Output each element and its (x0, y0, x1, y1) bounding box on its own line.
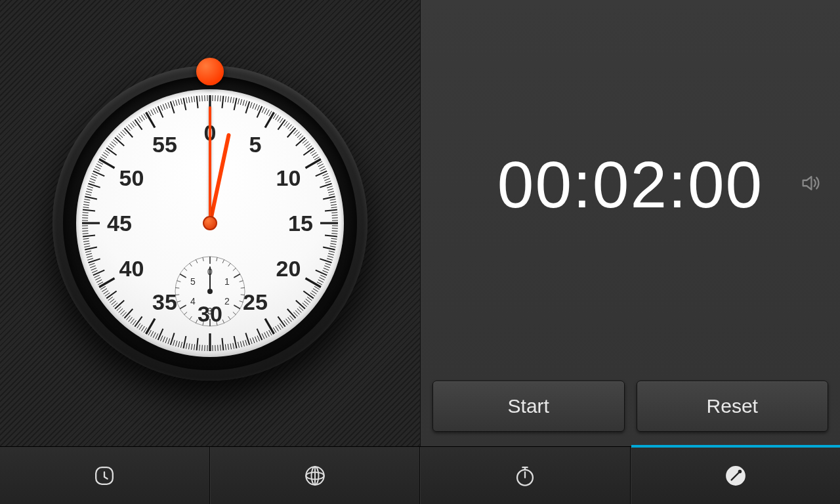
svg-line-10 (234, 98, 237, 110)
svg-line-13 (243, 100, 244, 106)
svg-line-48 (313, 155, 318, 158)
svg-line-161 (180, 342, 182, 348)
svg-line-178 (139, 325, 142, 329)
svg-line-23 (266, 110, 269, 115)
svg-line-66 (330, 199, 336, 200)
svg-line-159 (186, 343, 187, 349)
svg-line-262 (119, 134, 123, 138)
time-display[interactable]: 00:02:00 (497, 147, 763, 222)
svg-line-27 (276, 115, 279, 120)
svg-line-42 (304, 142, 308, 146)
svg-line-102 (313, 289, 318, 292)
svg-line-37 (295, 132, 299, 136)
svg-line-94 (322, 270, 327, 272)
tab-stopwatch[interactable] (420, 447, 631, 504)
svg-line-331 (190, 316, 192, 320)
svg-line-235 (85, 196, 97, 199)
svg-line-19 (257, 105, 259, 110)
svg-line-38 (297, 134, 301, 138)
svg-marker-351 (803, 177, 812, 190)
svg-line-333 (180, 305, 186, 309)
svg-line-16 (250, 102, 252, 108)
stopwatch-dial[interactable]: 0510152025303540455055 012345 (52, 66, 368, 381)
svg-line-317 (233, 268, 236, 270)
svg-line-138 (240, 341, 242, 347)
svg-line-95 (316, 270, 327, 276)
svg-line-9 (233, 97, 234, 103)
svg-line-162 (178, 341, 180, 347)
svg-line-147 (218, 345, 219, 351)
svg-line-323 (234, 305, 240, 309)
svg-line-129 (262, 333, 264, 339)
svg-line-107 (306, 299, 310, 303)
svg-line-247 (95, 166, 100, 169)
svg-line-40 (296, 138, 305, 146)
svg-line-243 (91, 176, 96, 178)
second-hand (209, 106, 211, 223)
sub-dial: 012345 (174, 255, 246, 327)
svg-line-61 (327, 186, 333, 188)
svg-line-338 (180, 274, 186, 278)
svg-line-219 (83, 238, 89, 239)
reset-button[interactable]: Reset (637, 381, 829, 432)
svg-line-236 (85, 194, 91, 195)
svg-text:45: 45 (107, 211, 132, 236)
svg-line-65 (323, 196, 335, 199)
svg-line-170 (158, 329, 163, 340)
svg-line-265 (125, 128, 133, 137)
svg-line-213 (86, 253, 92, 255)
svg-line-217 (84, 243, 90, 245)
svg-line-216 (84, 246, 90, 247)
dial-panel: 0510152025303540455055 012345 (0, 0, 420, 446)
svg-line-342 (203, 257, 203, 261)
svg-line-85 (323, 247, 335, 250)
svg-line-79 (331, 234, 337, 234)
svg-line-164 (173, 340, 175, 346)
main-area: 0510152025303540455055 012345 (0, 0, 840, 446)
svg-line-113 (295, 310, 299, 314)
sound-icon[interactable] (799, 172, 822, 197)
svg-line-208 (90, 266, 95, 268)
svg-line-57 (324, 176, 329, 178)
svg-line-155 (197, 338, 198, 350)
svg-line-153 (202, 345, 203, 351)
svg-line-20 (257, 106, 262, 117)
svg-line-273 (142, 115, 145, 120)
svg-line-30 (278, 119, 285, 129)
svg-line-279 (156, 108, 158, 113)
svg-line-17 (253, 103, 255, 108)
svg-line-7 (228, 96, 228, 102)
tab-worldclock[interactable] (210, 447, 421, 504)
svg-line-172 (153, 333, 156, 338)
svg-line-260 (115, 138, 124, 146)
svg-line-282 (163, 104, 165, 110)
svg-line-83 (330, 243, 336, 245)
svg-line-211 (87, 259, 93, 261)
svg-line-70 (325, 210, 337, 211)
svg-line-121 (280, 324, 283, 328)
svg-line-122 (278, 325, 281, 329)
svg-line-81 (331, 238, 337, 239)
globe-icon (301, 461, 329, 490)
svg-line-12 (240, 99, 242, 105)
svg-line-222 (82, 231, 88, 232)
svg-line-244 (92, 173, 97, 175)
svg-line-183 (129, 317, 133, 322)
tab-alarm[interactable] (0, 447, 210, 504)
svg-line-202 (96, 280, 102, 282)
start-button[interactable]: Start (432, 381, 625, 432)
svg-line-296 (200, 96, 200, 102)
svg-line-193 (110, 299, 114, 303)
svg-line-21 (262, 108, 264, 113)
svg-line-132 (255, 337, 257, 342)
svg-line-263 (121, 132, 125, 136)
svg-line-198 (102, 289, 107, 292)
tab-timer[interactable] (631, 447, 841, 504)
svg-line-112 (297, 308, 301, 312)
svg-line-192 (112, 301, 116, 305)
svg-line-173 (151, 331, 154, 337)
svg-line-139 (238, 342, 239, 348)
svg-line-11 (238, 98, 239, 104)
svg-line-329 (203, 322, 203, 326)
svg-line-324 (233, 312, 236, 314)
